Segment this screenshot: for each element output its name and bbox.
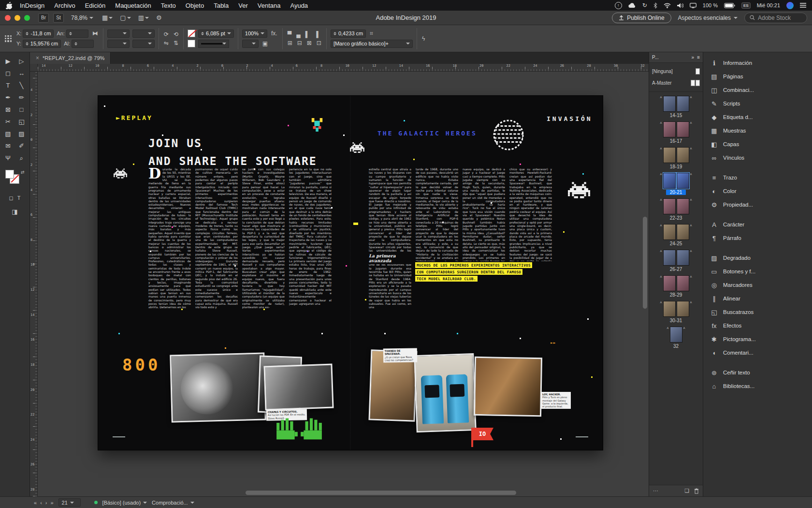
magazine-spread[interactable]: ►REPLAY JOIN US AND SHARE THE SOFTWARE D… <box>98 96 603 450</box>
width-field[interactable] <box>66 30 88 38</box>
bridge-button[interactable]: Br <box>38 13 49 23</box>
dock-panel-button[interactable]: ▦ Muestras <box>703 124 812 137</box>
tool-button[interactable]: ⌕ <box>15 152 29 164</box>
page-thumbnail[interactable] <box>663 275 676 291</box>
menu-item[interactable]: Archivo <box>54 2 75 9</box>
flip-vertical-icon[interactable]: ⇅ <box>173 40 179 46</box>
dock-panel-button[interactable]: ◐ Color <box>703 184 812 198</box>
trash-icon[interactable] <box>694 488 699 494</box>
menu-item[interactable]: Ver <box>238 2 248 9</box>
page-thumbnail[interactable] <box>670 327 682 343</box>
align-left-icon[interactable]: ▌ <box>304 31 311 38</box>
rotation-angle-dropdown[interactable] <box>132 30 155 38</box>
dock-panel-button[interactable]: fx Efectos <box>703 319 812 332</box>
tool-button[interactable]: ◱ <box>15 116 29 128</box>
pages-panel-spread[interactable]: A A 26-27 <box>660 250 692 272</box>
pages-panel-spread[interactable]: A A 22-23 <box>660 198 692 221</box>
dock-panel-button[interactable]: ∞ Vínculos <box>703 151 812 164</box>
page-nav-button[interactable]: « <box>34 500 37 506</box>
workspace-switcher[interactable]: Aspectos esenciales <box>678 15 738 21</box>
dock-panel-button[interactable]: ▭ Botones y f... <box>703 265 812 278</box>
volume-icon[interactable] <box>677 3 683 8</box>
dock-panel-button[interactable]: ◧ Capas <box>703 137 812 151</box>
wrap-none-icon[interactable]: ⊟ <box>296 40 303 46</box>
tool-button[interactable]: T <box>1 79 15 91</box>
stroke-type-dropdown[interactable] <box>198 40 229 48</box>
wrap-bounding-icon[interactable]: ⊠ <box>306 40 313 46</box>
tool-button[interactable]: ✂ <box>1 116 15 128</box>
tool-button[interactable]: ▶ <box>1 55 15 67</box>
page-thumbnail[interactable] <box>677 121 689 137</box>
quick-apply-icon[interactable]: ϟ <box>421 35 426 42</box>
dock-panel-button[interactable]: ⊚ Ceñir texto <box>703 366 812 379</box>
stroke-weight-dropdown[interactable]: 6,085 pt <box>198 30 234 38</box>
dock-panel-button[interactable]: ▨ Degradado <box>703 251 812 265</box>
gradient-swatch-dropdown[interactable] <box>242 40 259 48</box>
align-top-icon[interactable]: ▀ <box>287 31 293 38</box>
fill-color-chip[interactable] <box>188 40 195 47</box>
document-tab[interactable]: × *REPLAY_22.indd @ 79% <box>30 52 111 64</box>
invasion-label[interactable]: INVASIÓN <box>547 115 593 122</box>
bluetooth-icon[interactable] <box>653 2 657 9</box>
flip-horizontal-icon[interactable]: ⇋ <box>163 40 170 46</box>
menu-item[interactable]: Ventana <box>258 2 281 9</box>
right-page-header[interactable]: THE GALACTIC HEROES <box>377 130 477 137</box>
up-badge-icon[interactable]: ↑ <box>615 2 622 9</box>
tool-button[interactable]: ✏ <box>15 91 29 104</box>
stock-button[interactable]: St <box>53 13 64 23</box>
horizontal-scrollbar[interactable] <box>246 491 516 495</box>
wifi-icon[interactable] <box>664 3 671 8</box>
panel-menu-icon[interactable]: ≡ <box>697 55 700 60</box>
text-column[interactable]: se juntó con sus colegas hackers e inves… <box>242 167 285 347</box>
scale-y-dropdown[interactable] <box>107 40 130 48</box>
gear-icon[interactable]: ⚙ <box>155 14 163 21</box>
preflight-profile-dropdown[interactable]: [Básico] (usado) <box>102 500 147 506</box>
dock-panel-button[interactable]: ∥ Alinear <box>703 292 812 305</box>
reference-point-proxy[interactable] <box>4 34 13 43</box>
display-icon[interactable] <box>690 3 696 8</box>
dock-panel-button[interactable]: ◆ Etiqueta d... <box>703 110 812 124</box>
stepper-icon[interactable] <box>201 30 204 37</box>
collapse-panel-icon[interactable]: » <box>692 55 695 60</box>
swap-fill-stroke-icon[interactable]: ⇄ <box>21 170 25 175</box>
page-thumbnail[interactable] <box>663 224 676 240</box>
screen-mode-button[interactable]: ▢ <box>118 14 132 21</box>
stepper-icon[interactable] <box>69 30 72 37</box>
effects-fx-icon[interactable]: fx. <box>270 30 278 37</box>
photo-pdp-room[interactable] <box>170 352 266 422</box>
dock-panel-button[interactable]: ▤ Páginas <box>703 70 812 83</box>
text-column[interactable]: nuevo equipo, se dedicó a jugar y a hack… <box>463 167 505 347</box>
wrap-shape-icon[interactable]: ⊡ <box>316 40 322 46</box>
minimize-window-button[interactable] <box>14 15 20 21</box>
tool-button[interactable]: ▷ <box>15 55 29 67</box>
view-options-button[interactable]: ▦ <box>101 14 114 21</box>
zoom-level-dropdown[interactable]: 78,8% <box>68 14 96 22</box>
tool-button[interactable]: ▨ <box>15 128 29 140</box>
page-nav-button[interactable]: › <box>45 500 47 506</box>
ruler-origin-corner[interactable] <box>30 64 38 72</box>
new-page-icon[interactable]: ❏ <box>684 488 689 494</box>
user-avatar[interactable] <box>786 2 794 9</box>
tool-button[interactable]: ◻ <box>1 67 15 79</box>
pages-panel-spread[interactable]: A A 16-17 <box>660 121 692 144</box>
photo-lab-room[interactable] <box>474 357 542 417</box>
stepper-icon[interactable] <box>334 30 336 37</box>
section-kicker[interactable]: ►REPLAY <box>116 114 153 121</box>
battery-icon[interactable] <box>724 3 735 8</box>
pages-panel-spread[interactable]: A A 18-19 <box>660 147 692 169</box>
panel-options-icon[interactable]: ⋯ <box>653 488 658 494</box>
tool-button[interactable]: □ <box>15 104 29 116</box>
keyboard-layout-icon[interactable]: ES <box>741 2 751 9</box>
tool-button[interactable]: ✉ <box>1 140 15 152</box>
vertical-scrollbar[interactable] <box>643 217 647 309</box>
pages-panel-spread[interactable]: A A 32 <box>667 327 685 349</box>
page-thumbnail[interactable] <box>677 147 689 163</box>
text-column[interactable]: pormenores de aquel caldo de cultivo mer… <box>195 167 238 347</box>
dock-panel-button[interactable]: ◎ Marcadores <box>703 278 812 292</box>
text-column[interactable]: chico que su antecesor) y monitores Hewl… <box>509 167 552 347</box>
close-window-button[interactable] <box>5 15 11 21</box>
scale-x-dropdown[interactable] <box>107 30 130 38</box>
dock-panel-button[interactable]: ◱ Buscatrazos <box>703 305 812 319</box>
pages-panel-spread[interactable]: A A 14-15 <box>660 96 692 118</box>
shear-angle-dropdown[interactable] <box>132 40 155 48</box>
